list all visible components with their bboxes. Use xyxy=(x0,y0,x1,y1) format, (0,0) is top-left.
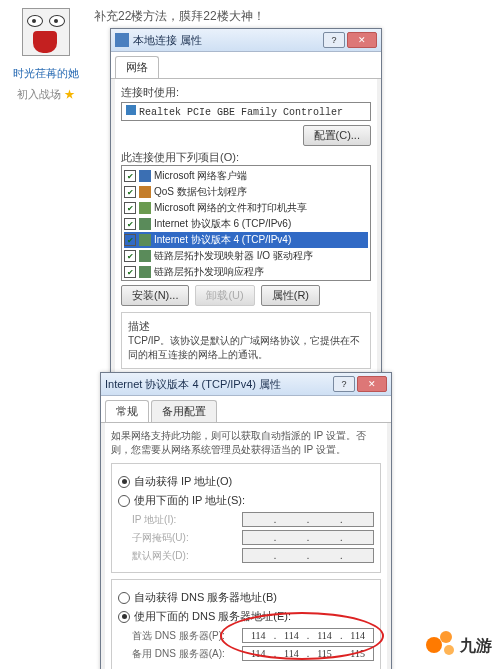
post-text: 补充22楼方法，膜拜22楼大神！ xyxy=(86,8,494,25)
radio-manual-dns[interactable]: 使用下面的 DNS 服务器地址(E): xyxy=(118,609,374,624)
list-item-label: 链路层拓扑发现响应程序 xyxy=(154,265,264,279)
radio-auto-ip[interactable]: 自动获得 IP 地址(O) xyxy=(118,474,374,489)
description-text: TCP/IP。该协议是默认的广域网络协议，它提供在不同的相互连接的网络上的通讯。 xyxy=(128,334,364,362)
uninstall-button: 卸载(U) xyxy=(195,285,254,306)
file-icon xyxy=(139,202,151,214)
list-item-label: 链路层拓扑发现映射器 I/O 驱动程序 xyxy=(154,249,313,263)
adapter-field: Realtek PCIe GBE Family Controller xyxy=(121,102,371,121)
help-button[interactable]: ? xyxy=(323,32,345,48)
tab-alternate[interactable]: 备用配置 xyxy=(151,400,217,422)
list-item-label: QoS 数据包计划程序 xyxy=(154,185,247,199)
user-rank: 初入战场 ★ xyxy=(6,87,86,102)
watermark-text: 九游 xyxy=(460,636,492,657)
description-title: 描述 xyxy=(128,319,364,334)
proto-icon xyxy=(139,266,151,278)
watermark: 九游 xyxy=(426,631,492,661)
checkbox[interactable] xyxy=(124,250,136,262)
connect-using-label: 连接时使用: xyxy=(121,85,371,100)
tab-network[interactable]: 网络 xyxy=(115,56,159,78)
list-item[interactable]: Internet 协议版本 6 (TCP/IPv6) xyxy=(124,216,368,232)
radio-manual-ip[interactable]: 使用下面的 IP 地址(S): xyxy=(118,493,374,508)
tab-general[interactable]: 常规 xyxy=(105,400,149,422)
ip-address-label: IP 地址(I): xyxy=(132,513,242,527)
gateway-field: . . . xyxy=(242,548,374,563)
ipv4-properties-dialog: Internet 协议版本 4 (TCP/IPv4) 属性 ? ✕ 常规 备用配… xyxy=(100,372,392,669)
preferred-dns-label: 首选 DNS 服务器(P): xyxy=(132,629,242,643)
items-label: 此连接使用下列项目(O): xyxy=(121,150,371,165)
radio-auto-dns[interactable]: 自动获得 DNS 服务器地址(B) xyxy=(118,590,374,605)
configure-button[interactable]: 配置(C)... xyxy=(303,125,371,146)
subnet-mask-label: 子网掩码(U): xyxy=(132,531,242,545)
close-button[interactable]: ✕ xyxy=(347,32,377,48)
list-item[interactable]: Internet 协议版本 4 (TCP/IPv4) xyxy=(124,232,368,248)
dialog-title: 本地连接 属性 xyxy=(133,33,323,48)
proto-icon xyxy=(139,234,151,246)
list-item-label: Internet 协议版本 6 (TCP/IPv6) xyxy=(154,217,291,231)
alternate-dns-label: 备用 DNS 服务器(A): xyxy=(132,647,242,661)
jiuyou-logo-icon xyxy=(426,631,456,661)
local-connection-properties-dialog: 本地连接 属性 ? ✕ 网络 连接时使用: Realtek PCIe GBE F… xyxy=(110,28,382,419)
network-icon xyxy=(115,33,129,47)
adapter-icon xyxy=(126,105,136,115)
preferred-dns-field[interactable]: 114.114.114.114 xyxy=(242,628,374,643)
properties-button[interactable]: 属性(R) xyxy=(261,285,320,306)
list-item[interactable]: 链路层拓扑发现响应程序 xyxy=(124,264,368,280)
close-button[interactable]: ✕ xyxy=(357,376,387,392)
help-button[interactable]: ? xyxy=(333,376,355,392)
note-text: 如果网络支持此功能，则可以获取自动指派的 IP 设置。否则，您需要从网络系统管理… xyxy=(111,429,381,457)
q-icon xyxy=(139,186,151,198)
install-button[interactable]: 安装(N)... xyxy=(121,285,189,306)
components-listbox[interactable]: Microsoft 网络客户端QoS 数据包计划程序Microsoft 网络的文… xyxy=(121,165,371,281)
list-item-label: Microsoft 网络的文件和打印机共享 xyxy=(154,201,307,215)
ip-address-field: . . . xyxy=(242,512,374,527)
checkbox[interactable] xyxy=(124,170,136,182)
proto-icon xyxy=(139,218,151,230)
checkbox[interactable] xyxy=(124,186,136,198)
list-item[interactable]: QoS 数据包计划程序 xyxy=(124,184,368,200)
avatar xyxy=(22,8,70,56)
username-link[interactable]: 时光荏苒的她 xyxy=(6,66,86,81)
dialog-title: Internet 协议版本 4 (TCP/IPv4) 属性 xyxy=(105,377,333,392)
list-item-label: Internet 协议版本 4 (TCP/IPv4) xyxy=(154,233,291,247)
alternate-dns-field[interactable]: 114.114.115.115 xyxy=(242,646,374,661)
list-item[interactable]: 链路层拓扑发现映射器 I/O 驱动程序 xyxy=(124,248,368,264)
list-item-label: Microsoft 网络客户端 xyxy=(154,169,247,183)
checkbox[interactable] xyxy=(124,202,136,214)
gateway-label: 默认网关(D): xyxy=(132,549,242,563)
proto-icon xyxy=(139,250,151,262)
list-item[interactable]: Microsoft 网络客户端 xyxy=(124,168,368,184)
checkbox[interactable] xyxy=(124,218,136,230)
subnet-mask-field: . . . xyxy=(242,530,374,545)
checkbox[interactable] xyxy=(124,266,136,278)
net-icon xyxy=(139,170,151,182)
list-item[interactable]: Microsoft 网络的文件和打印机共享 xyxy=(124,200,368,216)
checkbox[interactable] xyxy=(124,234,136,246)
